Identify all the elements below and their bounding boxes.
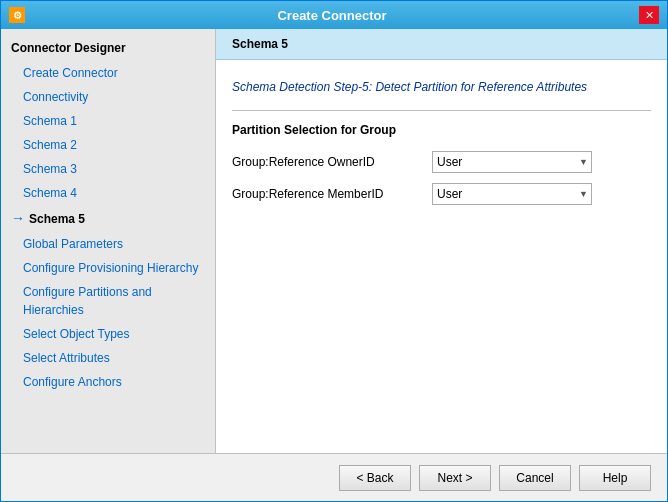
sidebar-header: Connector Designer <box>1 37 215 61</box>
sidebar-item-global-parameters[interactable]: Global Parameters <box>1 232 215 256</box>
sidebar-item-schema-5[interactable]: →Schema 5 <box>1 205 215 232</box>
app-icon: ⚙ <box>9 7 25 23</box>
close-button[interactable]: ✕ <box>639 6 659 24</box>
field-row-ownerid: Group:Reference OwnerID User Group Conta… <box>232 151 651 173</box>
memberid-select-wrapper: User Group Contact <box>432 183 592 205</box>
sidebar-item-label: Schema 5 <box>29 210 85 228</box>
field-row-memberid: Group:Reference MemberID User Group Cont… <box>232 183 651 205</box>
content-area: Connector Designer Create ConnectorConne… <box>1 29 667 453</box>
title-bar: ⚙ Create Connector ✕ <box>1 1 667 29</box>
ownerid-select-wrapper: User Group Contact <box>432 151 592 173</box>
title-bar-controls: ✕ <box>639 6 659 24</box>
sidebar: Connector Designer Create ConnectorConne… <box>1 29 216 453</box>
back-button[interactable]: < Back <box>339 465 411 491</box>
next-button[interactable]: Next > <box>419 465 491 491</box>
sidebar-item-schema-2[interactable]: Schema 2 <box>1 133 215 157</box>
main-window: ⚙ Create Connector ✕ Connector Designer … <box>0 0 668 502</box>
help-button[interactable]: Help <box>579 465 651 491</box>
main-body: Schema Detection Step-5: Detect Partitio… <box>216 60 667 453</box>
sidebar-item-select-object-types[interactable]: Select Object Types <box>1 322 215 346</box>
ownerid-label: Group:Reference OwnerID <box>232 155 432 169</box>
sidebar-item-create-connector[interactable]: Create Connector <box>1 61 215 85</box>
main-header: Schema 5 <box>216 29 667 60</box>
main-content: Schema 5 Schema Detection Step-5: Detect… <box>216 29 667 453</box>
sidebar-item-select-attributes[interactable]: Select Attributes <box>1 346 215 370</box>
divider <box>232 110 651 111</box>
sidebar-item-schema-1[interactable]: Schema 1 <box>1 109 215 133</box>
sidebar-item-connectivity[interactable]: Connectivity <box>1 85 215 109</box>
sidebar-item-schema-3[interactable]: Schema 3 <box>1 157 215 181</box>
footer: < Back Next > Cancel Help <box>1 453 667 501</box>
sidebar-item-configure-partitions[interactable]: Configure Partitions and Hierarchies <box>1 280 215 322</box>
section-title: Partition Selection for Group <box>232 123 651 137</box>
sidebar-item-configure-provisioning-hierarchy[interactable]: Configure Provisioning Hierarchy <box>1 256 215 280</box>
schema-description: Schema Detection Step-5: Detect Partitio… <box>232 80 651 94</box>
active-arrow-icon: → <box>11 208 25 229</box>
sidebar-item-schema-4[interactable]: Schema 4 <box>1 181 215 205</box>
sidebar-item-configure-anchors[interactable]: Configure Anchors <box>1 370 215 394</box>
ownerid-select[interactable]: User Group Contact <box>432 151 592 173</box>
window-title: Create Connector <box>25 8 639 23</box>
cancel-button[interactable]: Cancel <box>499 465 571 491</box>
memberid-select[interactable]: User Group Contact <box>432 183 592 205</box>
memberid-label: Group:Reference MemberID <box>232 187 432 201</box>
